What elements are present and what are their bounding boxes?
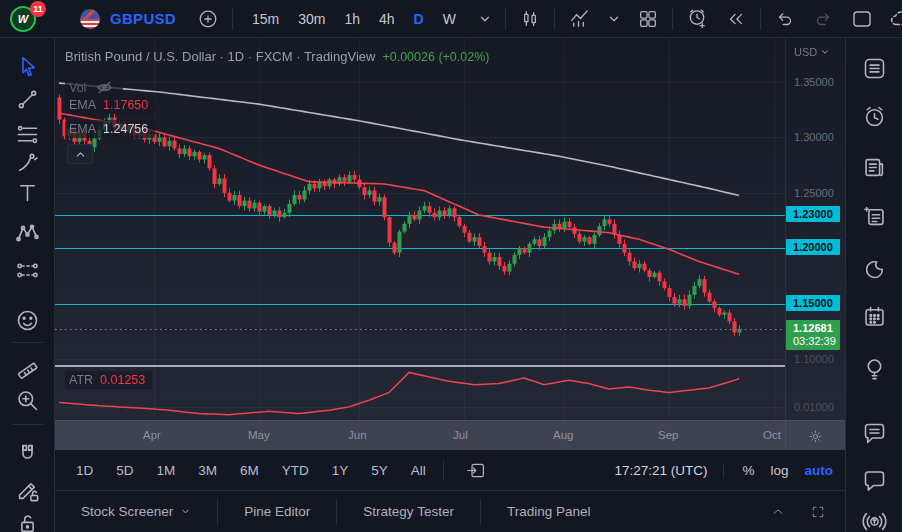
broadcast-icon[interactable] bbox=[861, 508, 888, 532]
range-1m[interactable]: 1M bbox=[148, 459, 185, 482]
ema-fast-value: 1.17650 bbox=[103, 98, 148, 112]
month-label-apr: Apr bbox=[143, 429, 161, 441]
timeframe-15m[interactable]: 15m bbox=[247, 8, 284, 30]
range-1d[interactable]: 1D bbox=[67, 459, 102, 482]
month-label-aug: Aug bbox=[553, 429, 573, 441]
tool-cursor[interactable] bbox=[14, 53, 41, 80]
axis-currency-selector[interactable]: USD bbox=[794, 46, 830, 58]
tab-pine-editor[interactable]: Pine Editor bbox=[218, 491, 336, 532]
tool-zoom-in[interactable] bbox=[14, 387, 41, 414]
text-notes-icon[interactable] bbox=[861, 203, 888, 230]
undo-icon[interactable] bbox=[771, 5, 799, 33]
watchlist-icon[interactable] bbox=[861, 55, 888, 82]
tool-drawing-edit-lock[interactable] bbox=[14, 477, 41, 504]
drawing-toolbar bbox=[0, 38, 55, 532]
timeframe-4h[interactable]: 4h bbox=[374, 8, 400, 30]
axis-level-label-1.20000: 1.20000 bbox=[786, 239, 840, 255]
right-sidebar bbox=[845, 38, 902, 532]
tradingview-app: W 11 GBPUSD 15m30m1h4hDW bbox=[0, 0, 902, 532]
month-label-sep: Sep bbox=[658, 429, 678, 441]
redo-icon[interactable] bbox=[809, 5, 837, 33]
chart-pane[interactable]: British Pound / U.S. Dollar · 1D · FXCM … bbox=[55, 38, 785, 420]
tool-text[interactable] bbox=[14, 179, 41, 206]
tab-label: Strategy Tester bbox=[363, 504, 454, 519]
candle-style-icon[interactable] bbox=[516, 5, 544, 33]
public-chats-icon[interactable] bbox=[861, 420, 888, 447]
tool-fib-retracement[interactable] bbox=[14, 121, 41, 148]
fullscreen-icon[interactable] bbox=[807, 501, 829, 523]
ema-slow-value: 1.24756 bbox=[103, 122, 148, 136]
axis-level-label-1.15000: 1.15000 bbox=[786, 295, 840, 311]
range-5y[interactable]: 5Y bbox=[362, 459, 397, 482]
range-3m[interactable]: 3M bbox=[189, 459, 226, 482]
month-label-jul: Jul bbox=[453, 429, 468, 441]
panel-expand-chevron-up-icon[interactable] bbox=[767, 501, 789, 523]
range-1y[interactable]: 1Y bbox=[323, 459, 358, 482]
chart-title: British Pound / U.S. Dollar · 1D · FXCM … bbox=[65, 49, 489, 64]
layout-grid-icon[interactable] bbox=[634, 5, 662, 33]
range-all[interactable]: All bbox=[402, 459, 435, 482]
alerts-clock-icon[interactable] bbox=[861, 103, 888, 130]
legend-ema-slow[interactable]: EMA 1.24756 bbox=[65, 120, 155, 138]
bar-replay-icon[interactable] bbox=[722, 5, 750, 33]
tool-long-position[interactable] bbox=[14, 257, 41, 284]
timeframe-group: 15m30m1h4hDW bbox=[247, 8, 461, 30]
tab-label: Pine Editor bbox=[244, 504, 310, 519]
month-label-jun: Jun bbox=[348, 429, 367, 441]
symbol-flag-icon bbox=[80, 9, 100, 29]
price-chart-canvas[interactable] bbox=[55, 38, 785, 420]
legend-ema-fast[interactable]: EMA 1.17650 bbox=[65, 96, 155, 114]
price-axis[interactable]: USD 1.350001.300001.250001.100000.010001… bbox=[785, 38, 845, 420]
timeframe-30m[interactable]: 30m bbox=[293, 8, 330, 30]
last-price-value: 1.12681 bbox=[793, 322, 840, 335]
tab-trading-panel[interactable]: Trading Panel bbox=[481, 491, 617, 532]
snapshot-frame-icon[interactable] bbox=[847, 4, 877, 34]
chart-settings-gear-icon[interactable] bbox=[785, 421, 845, 451]
alert-clock-plus-icon[interactable] bbox=[683, 4, 712, 33]
tool-brush[interactable] bbox=[14, 150, 41, 177]
tab-label: Trading Panel bbox=[507, 504, 591, 519]
axis-tick-1.30000: 1.30000 bbox=[794, 131, 834, 143]
range-6m[interactable]: 6M bbox=[231, 459, 268, 482]
tool-xabcd-pattern[interactable] bbox=[14, 220, 41, 247]
time-axis[interactable]: AprMayJunJulAugSepOct bbox=[55, 420, 845, 450]
account-menu-button[interactable]: W 11 bbox=[10, 4, 44, 34]
news-icon[interactable] bbox=[861, 154, 888, 181]
month-label-oct: Oct bbox=[763, 429, 781, 441]
tool-lock-all[interactable] bbox=[14, 510, 41, 532]
session-clock[interactable]: 17:27:21 (UTC) bbox=[614, 463, 723, 478]
symbol-search-button[interactable]: GBPUSD bbox=[110, 10, 176, 27]
tool-measure-ruler[interactable] bbox=[14, 357, 41, 384]
scale-percent[interactable]: % bbox=[742, 463, 754, 478]
notification-badge: 11 bbox=[30, 1, 46, 17]
hotlists-icon[interactable] bbox=[861, 255, 888, 282]
axis-tick-1.10000: 1.10000 bbox=[794, 353, 834, 365]
cloud-save-icon[interactable] bbox=[885, 3, 902, 35]
timeframe-w[interactable]: W bbox=[438, 8, 461, 30]
axis-tick-0.01000: 0.01000 bbox=[794, 401, 834, 413]
timeframe-d[interactable]: D bbox=[409, 8, 429, 30]
legend-atr[interactable]: ATR 0.01253 bbox=[65, 371, 152, 389]
private-chat-icon[interactable] bbox=[861, 467, 888, 494]
range-ytd[interactable]: YTD bbox=[273, 459, 318, 482]
range-5d[interactable]: 5D bbox=[107, 459, 142, 482]
economic-calendar-icon[interactable] bbox=[861, 303, 888, 330]
last-price-countdown: 03:32:39 bbox=[793, 335, 840, 348]
scale-auto[interactable]: auto bbox=[805, 463, 834, 478]
scale-log[interactable]: log bbox=[770, 463, 788, 478]
tool-emoji[interactable] bbox=[14, 307, 41, 334]
add-symbol-plus-icon[interactable] bbox=[194, 5, 222, 33]
legend-collapse-button[interactable] bbox=[67, 144, 93, 164]
ideas-lightbulb-icon[interactable] bbox=[861, 355, 888, 382]
tool-magnet[interactable] bbox=[14, 440, 41, 467]
tab-stock-screener[interactable]: Stock Screener bbox=[55, 491, 217, 532]
timeframe-chevron-down-icon[interactable] bbox=[475, 9, 495, 29]
axis-tick-1.25000: 1.25000 bbox=[794, 187, 834, 199]
axis-tick-1.35000: 1.35000 bbox=[794, 76, 834, 88]
timeframe-1h[interactable]: 1h bbox=[339, 8, 365, 30]
tool-trend-line[interactable] bbox=[14, 86, 41, 113]
tab-strategy-tester[interactable]: Strategy Tester bbox=[337, 491, 480, 532]
indicators-chevron-down-icon[interactable] bbox=[604, 9, 624, 29]
indicators-icon[interactable] bbox=[565, 4, 594, 33]
go-to-date-icon[interactable] bbox=[462, 457, 489, 484]
